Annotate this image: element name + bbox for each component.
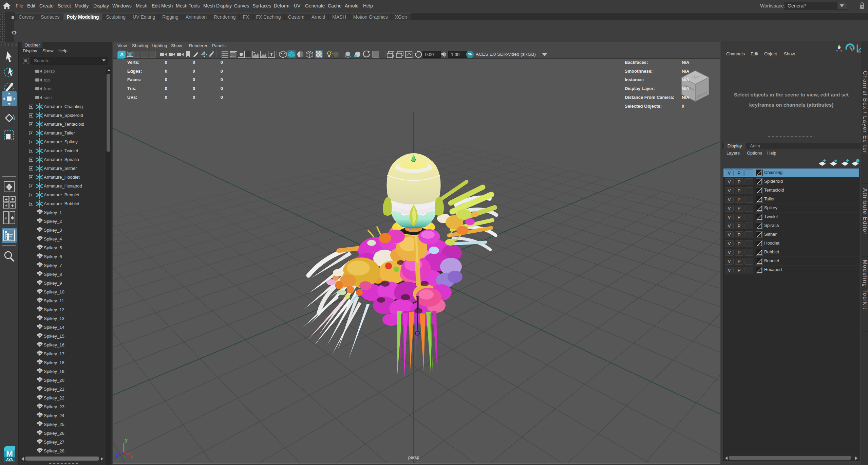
svg-text:z: z xyxy=(115,452,117,458)
svg-text:TOP: TOP xyxy=(692,75,699,79)
svg-text:y: y xyxy=(125,437,128,443)
svg-text:T: T xyxy=(270,52,273,57)
svg-text:AYA: AYA xyxy=(6,458,13,462)
svg-text:M: M xyxy=(6,449,13,458)
svg-text:x: x xyxy=(130,453,133,459)
